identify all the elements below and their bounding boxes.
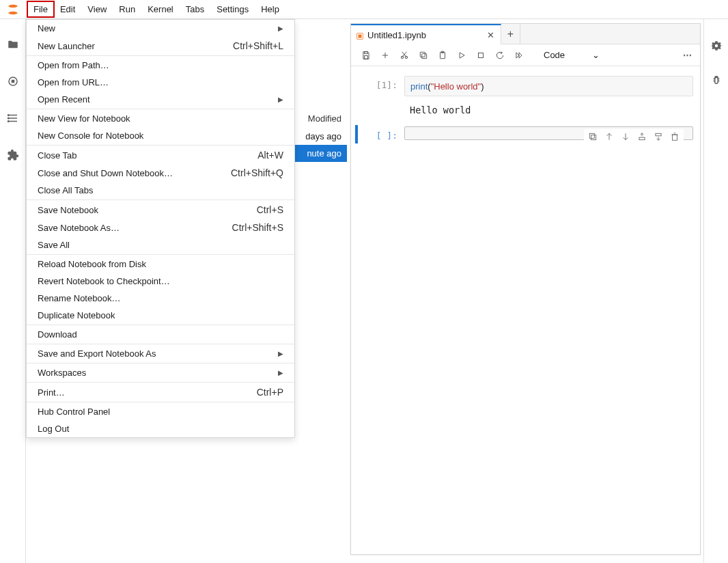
file-menu-item[interactable]: New View for Notebook	[27, 110, 294, 127]
menu-item-label: New Launcher	[38, 41, 95, 51]
submenu-caret-icon: ▶	[278, 96, 283, 103]
svg-rect-13	[365, 55, 368, 59]
cell-input[interactable]: print("Hello world")	[404, 76, 693, 96]
menu-item-label: Open from URL…	[38, 77, 109, 87]
cell-type-select[interactable]: Code ⌄	[544, 50, 600, 60]
code-cell[interactable]: [1]: print("Hello world")	[351, 74, 700, 99]
running-icon[interactable]	[7, 75, 19, 87]
menubar: File Edit View Run Kernel Tabs Settings …	[0, 0, 728, 19]
file-dropdown: New▶New LauncherCtrl+Shift+LOpen from Pa…	[26, 19, 295, 438]
file-menu-item[interactable]: Close All Tabs	[27, 182, 294, 199]
menu-item-label: Save Notebook	[38, 205, 98, 215]
file-menu-item[interactable]: Rename Notebook…	[27, 290, 294, 307]
menu-file[interactable]: File	[27, 1, 54, 17]
more-icon[interactable]: ⋯	[683, 50, 693, 60]
move-down-icon[interactable]	[621, 132, 630, 143]
menu-item-label: Close All Tabs	[38, 185, 93, 195]
file-menu-item[interactable]: Close and Shut Down Notebook…Ctrl+Shift+…	[27, 164, 294, 182]
run-all-icon[interactable]	[511, 47, 527, 64]
notebook-toolbar: Code ⌄ ⋯	[351, 44, 700, 66]
notebook-tab[interactable]: Untitled1.ipynb ✕	[351, 24, 501, 44]
menu-tabs[interactable]: Tabs	[180, 1, 210, 17]
cut-icon[interactable]	[396, 47, 412, 64]
folder-icon[interactable]	[7, 38, 19, 51]
menu-kernel[interactable]: Kernel	[141, 1, 180, 17]
file-menu-item[interactable]: Reload Notebook from Disk	[27, 256, 294, 273]
file-menu-item[interactable]: New Console for Notebook	[27, 127, 294, 144]
menu-item-label: Open Recent	[38, 94, 90, 105]
file-menu-item[interactable]: Open Recent▶	[27, 91, 294, 108]
duplicate-cell-icon[interactable]	[588, 132, 598, 143]
file-menu-item[interactable]: Close TabAlt+W	[27, 146, 294, 164]
extensions-icon[interactable]	[7, 149, 19, 161]
menu-settings[interactable]: Settings	[210, 1, 255, 17]
file-menu-item[interactable]: Save Notebook As…Ctrl+Shift+S	[27, 219, 294, 236]
notebook-body[interactable]: [1]: print("Hello world") Hello world [ …	[351, 66, 700, 554]
file-row[interactable]: days ago	[295, 128, 347, 145]
add-cell-icon[interactable]	[377, 47, 393, 64]
menu-item-label: New Console for Notebook	[38, 131, 143, 141]
svg-rect-25	[479, 53, 484, 57]
run-icon[interactable]	[453, 47, 470, 64]
menu-run[interactable]: Run	[113, 1, 141, 17]
menu-item-label: Revert Notebook to Checkpoint…	[38, 276, 170, 286]
paste-icon[interactable]	[434, 47, 451, 64]
insert-below-icon[interactable]	[654, 132, 663, 143]
svg-marker-26	[516, 52, 519, 57]
close-icon[interactable]: ✕	[486, 30, 495, 40]
file-menu-item[interactable]: Open from URL…	[27, 74, 294, 91]
tab-title: Untitled1.ipynb	[367, 30, 481, 40]
menu-view[interactable]: View	[81, 1, 113, 17]
svg-rect-20	[422, 53, 427, 58]
file-menu-item[interactable]: Hub Control Panel	[27, 403, 294, 420]
move-up-icon[interactable]	[604, 132, 614, 143]
notebook-panel: Untitled1.ipynb ✕ + Code ⌄ ⋯ [1]: print(…	[350, 23, 701, 555]
file-menu-item[interactable]: Duplicate Notebook	[27, 307, 294, 324]
notebook-icon	[356, 31, 363, 38]
save-icon[interactable]	[358, 47, 374, 64]
menu-item-label: Save and Export Notebook As	[38, 348, 156, 359]
stop-icon[interactable]	[473, 47, 489, 64]
tab-bar: Untitled1.ipynb ✕ +	[351, 24, 700, 44]
menu-edit[interactable]: Edit	[54, 1, 81, 17]
code-cell[interactable]: [ ]:	[351, 125, 700, 143]
file-menu-item[interactable]: Download	[27, 326, 294, 343]
settings-gear-icon[interactable]	[710, 40, 723, 52]
svg-rect-21	[420, 52, 425, 57]
delete-cell-icon[interactable]	[670, 132, 680, 143]
menu-item-shortcut: Ctrl+Shift+S	[232, 222, 283, 233]
debug-icon[interactable]	[710, 74, 723, 86]
menu-item-label: Download	[38, 329, 77, 340]
svg-point-9	[8, 121, 9, 122]
column-header-modified[interactable]: Modified	[295, 109, 347, 128]
file-menu-item[interactable]: Save and Export Notebook As▶	[27, 345, 294, 362]
file-browser-modified-column: Modified days ago nute ago	[295, 109, 347, 162]
file-menu-item[interactable]: Open from Path…	[27, 57, 294, 74]
svg-rect-12	[365, 51, 368, 53]
submenu-caret-icon: ▶	[278, 369, 283, 376]
cell-output: Hello world	[404, 100, 693, 115]
file-menu-item[interactable]: Print…Ctrl+P	[27, 383, 294, 401]
menu-help[interactable]: Help	[255, 1, 285, 17]
file-menu-item[interactable]: Log Out	[27, 420, 294, 437]
add-tab-button[interactable]: +	[501, 24, 520, 44]
menu-item-label: Open from Path…	[38, 60, 109, 70]
restart-icon[interactable]	[492, 47, 508, 64]
copy-icon[interactable]	[415, 47, 432, 64]
file-row[interactable]: nute ago	[295, 145, 347, 162]
file-menu-item[interactable]: Revert Notebook to Checkpoint…	[27, 273, 294, 290]
file-menu-item[interactable]: Workspaces▶	[27, 364, 294, 381]
jupyter-logo	[5, 2, 20, 17]
file-menu-item[interactable]: New▶	[27, 20, 294, 37]
cell-output-row: Hello world	[351, 99, 700, 118]
cell-toolbar	[584, 129, 684, 146]
file-menu-item[interactable]: Save All	[27, 236, 294, 253]
menu-item-label: Hub Control Panel	[38, 407, 110, 417]
activity-bar	[0, 19, 26, 563]
submenu-caret-icon: ▶	[278, 25, 283, 32]
chevron-down-icon: ⌄	[592, 50, 600, 60]
file-menu-item[interactable]: Save NotebookCtrl+S	[27, 201, 294, 219]
insert-above-icon[interactable]	[637, 132, 647, 143]
toc-icon[interactable]	[7, 112, 19, 124]
file-menu-item[interactable]: New LauncherCtrl+Shift+L	[27, 37, 294, 55]
